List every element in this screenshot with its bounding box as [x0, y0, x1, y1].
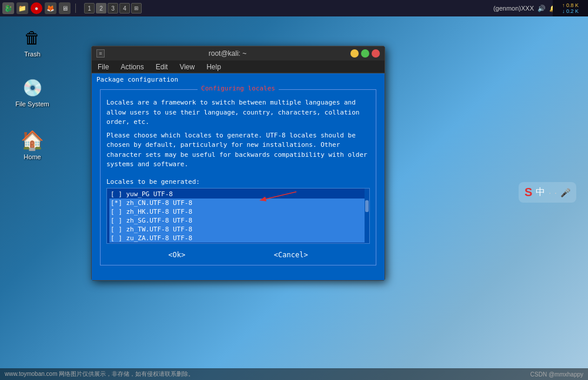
app-icon-kali[interactable]: 🐉: [2, 2, 14, 14]
workspace-1[interactable]: 1: [84, 3, 95, 14]
desktop-icon-home[interactable]: 🏠 Home: [12, 126, 53, 163]
terminal-titlebar: ≡ root@kali: ~: [92, 46, 385, 60]
taskbar-left: 🐉 📁 ● 🦊 🖥 1 2 3 4 ⊞: [2, 2, 142, 14]
session-label: (genmon)XXX: [493, 5, 534, 12]
audio-icon[interactable]: 🔊: [537, 5, 546, 12]
config-body: Locales are a framework to switch betwee…: [101, 96, 376, 176]
terminal-title: root@kali: ~: [105, 49, 350, 58]
close-button[interactable]: [372, 49, 380, 58]
cancel-button[interactable]: <Cancel>: [269, 250, 313, 260]
bottom-left-text: www.toymoban.com 网络图片仅供展示，非存储，如有侵权请联系删除。: [5, 370, 194, 378]
menu-file[interactable]: File: [95, 62, 111, 72]
workspace-new[interactable]: ⊞: [131, 3, 142, 14]
locales-list: [ ] yuw_PG UTF-8 [*] zh_CN.UTF-8 UTF-8 […: [107, 189, 369, 244]
minimize-button[interactable]: [350, 49, 359, 58]
locales-list-container[interactable]: [ ] yuw_PG UTF-8 [*] zh_CN.UTF-8 UTF-8 […: [106, 188, 370, 244]
home-icon: 🏠: [21, 129, 44, 152]
terminal-menu-icon[interactable]: ≡: [96, 49, 105, 58]
menu-help[interactable]: Help: [204, 62, 223, 72]
desktop-icon-trash[interactable]: 🗑 Trash: [12, 23, 53, 60]
filesystem-icon: 💿: [21, 76, 44, 99]
menu-edit[interactable]: Edit: [153, 62, 171, 72]
workspace-2[interactable]: 2: [96, 3, 106, 14]
workspace-3[interactable]: 3: [108, 3, 118, 14]
locale-zh-cn[interactable]: [*] zh_CN.UTF-8 UTF-8: [109, 199, 367, 207]
config-title-bar: Configuring locales: [101, 85, 376, 92]
menu-actions[interactable]: Actions: [118, 62, 146, 72]
bottom-right-text: CSDN @mmxhappy: [530, 371, 583, 378]
terminal-menubar: File Actions Edit View Help: [92, 60, 385, 73]
maximize-button[interactable]: [361, 49, 369, 58]
locale-zh-tw[interactable]: [ ] zh_TW.UTF-8 UTF-8: [109, 225, 367, 234]
locales-scrollbar[interactable]: [365, 189, 369, 243]
widget-s-icon: S: [524, 186, 532, 199]
locale-yuw[interactable]: [ ] yuw_PG UTF-8: [109, 190, 367, 199]
app-icon-files[interactable]: 📁: [16, 2, 28, 14]
scrollbar-thumb: [365, 200, 369, 212]
filesystem-label: File System: [15, 100, 49, 107]
config-buttons: <Ok> <Cancel>: [101, 245, 376, 265]
input-method-widget[interactable]: S 中 · · 🎤: [519, 182, 576, 203]
desktop-icon-filesystem[interactable]: 💿 File System: [12, 73, 53, 110]
locale-zh-hk[interactable]: [ ] zh_HK.UTF-8 UTF-8: [109, 207, 367, 216]
config-para-1: Locales are a framework to switch betwee…: [106, 98, 370, 127]
widget-dot1: ·: [549, 188, 551, 197]
home-label: Home: [24, 153, 41, 160]
terminal-controls: [350, 49, 380, 58]
app-icon-red[interactable]: ●: [31, 2, 42, 14]
bottom-bar: www.toymoban.com 网络图片仅供展示，非存储，如有侵权请联系删除。…: [0, 368, 588, 380]
locale-zh-sg[interactable]: [ ] zh_SG.UTF-8 UTF-8: [109, 216, 367, 225]
package-config-area: Package configuration Configuring locale…: [92, 73, 385, 280]
pkg-config-header: Package configuration: [92, 73, 385, 86]
ok-button[interactable]: <Ok>: [163, 250, 190, 260]
net-up: ↑ 0.8 K: [562, 2, 579, 8]
workspace-4[interactable]: 4: [119, 3, 130, 14]
config-dialog: Configuring locales Locales are a framew…: [100, 89, 376, 265]
app-icon-terminal[interactable]: 🖥: [59, 2, 71, 14]
trash-label: Trash: [24, 51, 41, 58]
widget-mic-icon: 🎤: [560, 188, 570, 197]
menu-view[interactable]: View: [177, 62, 197, 72]
config-para-2: Please choose which locales to generate.…: [106, 131, 370, 170]
widget-cn-icon: 中: [536, 186, 545, 199]
trash-icon: 🗑: [21, 26, 44, 49]
workspace-switcher: 1 2 3 4 ⊞: [84, 3, 142, 14]
locale-zu-za[interactable]: [ ] zu_ZA.UTF-8 UTF-8: [109, 234, 367, 243]
taskbar: 🐉 📁 ● 🦊 🖥 1 2 3 4 ⊞ (genmon)XXX 🔊 🔔 🔋 2:…: [0, 0, 588, 16]
widget-dot2: ·: [554, 188, 557, 197]
terminal-window: ≡ root@kali: ~ File Actions Edit View He…: [91, 46, 385, 281]
config-title: Configuring locales: [198, 85, 279, 92]
locales-label: Locales to be generated:: [101, 176, 376, 187]
net-down: ↓ 0.2 K: [562, 8, 579, 14]
app-icon-firefox[interactable]: 🦊: [45, 2, 56, 14]
net-widget: ↑ 0.8 K ↓ 0.2 K: [553, 0, 588, 16]
